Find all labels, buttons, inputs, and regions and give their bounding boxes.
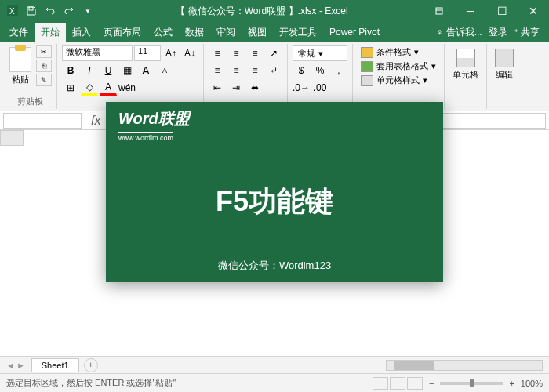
redo-icon[interactable] [61,3,77,19]
ribbon-options-icon[interactable] [424,0,455,22]
comma-icon[interactable]: , [330,63,347,78]
ribbon-tabs: 文件 开始 插入 页面布局 公式 数据 审阅 视图 开发工具 Power Piv… [0,22,549,42]
tab-file[interactable]: 文件 [3,23,35,42]
font-color-icon[interactable]: A [100,80,117,96]
editing-icon [495,49,514,67]
align-right-icon[interactable]: ≡ [246,63,264,78]
font-name-select[interactable]: 微软雅黑 [62,45,133,61]
decrease-decimal-icon[interactable]: .00 [311,80,329,96]
tab-view[interactable]: 视图 [242,23,273,42]
sheet-tabs: ◄ ► Sheet1 + [0,356,549,373]
percent-icon[interactable]: % [311,63,329,78]
italic-button[interactable]: I [81,63,98,78]
fill-color-icon[interactable]: ◇ [81,80,98,96]
minimize-icon[interactable]: ─ [455,0,486,22]
font-size-select[interactable]: 11 [134,45,161,61]
merge-icon[interactable]: ⬌ [246,80,264,96]
alignment-group: ≡ ≡ ≡ ↗ ≡ ≡ ≡ ⤶ ⇤ ⇥ ⬌ [204,44,288,109]
border-dropdown-icon[interactable]: ⊞ [62,80,79,96]
tab-powerpivot[interactable]: Power Pivot [323,24,386,41]
conditional-format-button[interactable]: 条件格式 ▾ [358,45,439,59]
clipboard-group: 粘贴 ✂ ⎘ ✎ 剪贴板 [3,44,57,109]
font-group: 微软雅黑 11 A↑ A↓ B I U ▦ A A ⊞ ◇ A wén [57,44,204,109]
decrease-font-icon[interactable]: A↓ [181,45,198,61]
decrease-indent-icon[interactable]: ⇤ [209,80,226,96]
align-middle-icon[interactable]: ≡ [227,45,245,61]
editing-group: 编辑 [487,44,522,109]
cells-button[interactable]: 单元格 [449,45,482,84]
font-small-icon[interactable]: A [156,63,173,78]
name-box[interactable] [3,113,82,129]
editing-button[interactable]: 编辑 [492,45,517,84]
tab-formulas[interactable]: 公式 [147,23,179,42]
sheet-next-icon[interactable]: ► [16,361,25,370]
share-button[interactable]: ⁺ 共享 [514,26,540,39]
phonetic-icon[interactable]: wén [118,80,136,96]
page-layout-view-icon[interactable] [390,377,405,390]
zoom-in-icon[interactable]: + [509,379,514,388]
orientation-icon[interactable]: ↗ [265,45,282,61]
increase-font-icon[interactable]: A↑ [162,45,180,61]
status-text: 选定目标区域，然后按 ENTER 或选择"粘贴" [6,377,176,389]
tab-home[interactable]: 开始 [35,23,66,42]
align-left-icon[interactable]: ≡ [209,63,226,78]
copy-icon[interactable]: ⎘ [36,60,52,72]
zoom-slider[interactable] [440,382,503,385]
maximize-icon[interactable]: ☐ [486,0,518,22]
styles-group: 条件格式 ▾ 套用表格格式 ▾ 单元格样式 ▾ [353,44,445,109]
page-break-view-icon[interactable] [407,377,423,390]
font-large-icon[interactable]: A [137,63,155,78]
add-sheet-icon[interactable]: + [84,358,98,372]
border-icon[interactable]: ▦ [118,63,136,78]
cell-styles-button[interactable]: 单元格样式 ▾ [358,74,439,87]
app-icon[interactable]: X [5,3,20,19]
svg-rect-2 [29,7,33,10]
currency-icon[interactable]: $ [293,63,310,78]
tab-developer[interactable]: 开发工具 [273,23,323,42]
zoom-level[interactable]: 100% [521,379,543,388]
select-all-corner[interactable] [0,130,24,146]
normal-view-icon[interactable] [373,377,388,390]
overlay-sub: 微信公众号：Wordlm123 [118,259,431,273]
sheet-prev-icon[interactable]: ◄ [6,361,15,370]
align-bottom-icon[interactable]: ≡ [246,45,264,61]
increase-decimal-icon[interactable]: .0→ [293,80,310,96]
qat-dropdown-icon[interactable]: ▼ [80,3,96,19]
format-painter-icon[interactable]: ✎ [36,74,52,86]
sheet-tab[interactable]: Sheet1 [31,358,79,372]
wrap-text-icon[interactable]: ⤶ [265,63,282,78]
table-format-button[interactable]: 套用表格格式 ▾ [358,60,439,73]
overlay-logo-sub: www.wordlm.com [118,132,173,142]
statusbar: 选定目标区域，然后按 ENTER 或选择"粘贴" − + 100% [0,373,549,392]
zoom-out-icon[interactable]: − [429,379,434,388]
undo-icon[interactable] [42,3,58,19]
underline-button[interactable]: U [100,63,117,78]
number-group: 常规 ▾ $ % , .0→ .00 [288,44,353,109]
svg-rect-3 [436,8,442,14]
cells-group: 单元格 [445,44,487,109]
save-icon[interactable] [24,3,39,19]
paste-icon [9,47,31,72]
increase-indent-icon[interactable]: ⇥ [227,80,245,96]
align-top-icon[interactable]: ≡ [209,45,226,61]
ribbon: 粘贴 ✂ ⎘ ✎ 剪贴板 微软雅黑 11 A↑ A↓ B I U ▦ A [0,42,549,111]
login-link[interactable]: 登录 [489,26,507,39]
overlay-banner: Word联盟 www.wordlm.com F5功能键 微信公众号：Wordlm… [106,102,443,282]
tab-insert[interactable]: 插入 [66,23,97,42]
overlay-main: F5功能键 [118,183,431,221]
horizontal-scrollbar[interactable] [386,360,543,371]
tab-review[interactable]: 审阅 [210,23,242,42]
number-format-select[interactable]: 常规 ▾ [293,45,347,61]
paste-label: 粘贴 [12,74,29,85]
cut-icon[interactable]: ✂ [36,45,52,58]
tab-data[interactable]: 数据 [179,23,210,42]
bold-button[interactable]: B [62,63,79,78]
fx-icon[interactable]: fx [85,114,107,128]
tell-me[interactable]: ♀ 告诉我... [436,26,482,39]
window-title: 【 微信公众号：Word联盟 】.xlsx - Excel [100,5,424,18]
tab-layout[interactable]: 页面布局 [97,23,147,42]
overlay-logo: Word联盟 [118,108,431,129]
paste-button[interactable]: 粘贴 [8,45,33,87]
close-icon[interactable]: ✕ [518,0,549,22]
align-center-icon[interactable]: ≡ [227,63,245,78]
